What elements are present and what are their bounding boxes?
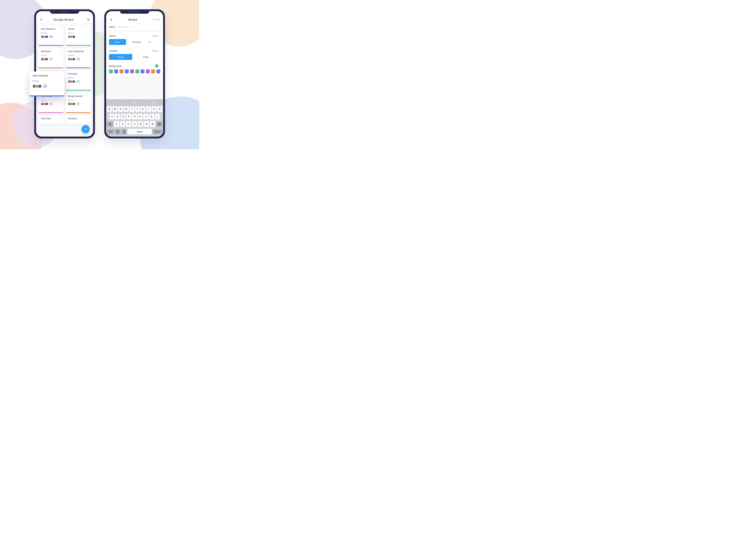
card-menu-button[interactable] [87, 94, 89, 97]
team-chip[interactable]: TechCare [128, 39, 145, 45]
color-swatch[interactable] [114, 70, 118, 74]
key[interactable]: H [138, 114, 143, 119]
key[interactable]: J [144, 114, 148, 119]
key[interactable]: N [144, 121, 149, 127]
keyboard: I the I'm QWERTYUIOP ASDFGHJKL ZXCVBNM 1… [106, 99, 163, 137]
search-button[interactable] [84, 18, 90, 21]
member-avatars: 2+ [41, 102, 61, 105]
key-shift[interactable] [107, 121, 113, 127]
member-avatars: 2+ [68, 102, 88, 105]
card-menu-button[interactable] [60, 74, 62, 76]
key[interactable]: R [124, 106, 129, 112]
board-card[interactable]: Design Manual Member 2+ [66, 93, 91, 113]
color-swatch[interactable] [120, 70, 123, 74]
avatar [72, 58, 75, 61]
color-swatch[interactable] [135, 70, 139, 74]
visibility-value-link[interactable]: Private› [152, 50, 160, 52]
create-button[interactable]: Create [153, 18, 160, 21]
suggestion[interactable]: I'm [144, 99, 163, 105]
color-swatches [109, 70, 160, 74]
card-menu-button[interactable] [87, 50, 89, 52]
key-numbers[interactable]: 123 [107, 129, 114, 134]
key[interactable]: I [146, 106, 151, 112]
key[interactable]: O [152, 106, 157, 112]
phone-notch [50, 9, 79, 14]
color-swatch[interactable] [140, 70, 145, 74]
board-card[interactable]: Sketch Member [66, 26, 91, 46]
teams-value-link[interactable]: (none)› [153, 35, 160, 37]
card-title: Sketch [68, 28, 88, 30]
suggestion[interactable]: the [125, 99, 144, 105]
key-dictation[interactable] [121, 129, 127, 134]
name-input[interactable]: New Board [118, 26, 129, 28]
team-chip[interactable]: Fr [147, 39, 153, 45]
key[interactable]: Y [135, 106, 140, 112]
color-swatch[interactable] [156, 70, 160, 74]
board-card[interactable]: Resource [66, 115, 91, 124]
board-card[interactable]: User Research Member 9+ [38, 26, 63, 46]
team-chip[interactable]: None [109, 39, 126, 45]
board-card[interactable]: User Flow [38, 115, 63, 124]
member-label: Member [41, 99, 61, 101]
phone-create-board: Board Create Name New Board Teams (none)… [104, 9, 165, 138]
svg-point-3 [117, 131, 118, 131]
key[interactable]: E [118, 106, 123, 112]
key[interactable]: L [155, 114, 160, 119]
card-menu-button[interactable] [87, 72, 89, 75]
key[interactable]: C [126, 121, 131, 127]
board-card-user-interface-floating[interactable]: User Interface Member 2+ [30, 72, 65, 97]
key[interactable]: Q [107, 106, 112, 112]
phone-notch [120, 9, 149, 14]
suggestion[interactable]: I [106, 99, 125, 105]
board-card[interactable]: Prototype Member 2+ [66, 70, 91, 90]
key-backspace[interactable] [156, 121, 162, 127]
key[interactable]: B [138, 121, 143, 127]
key[interactable]: F [127, 114, 131, 119]
card-title: User Experience [68, 50, 88, 53]
member-label: Member [41, 32, 61, 34]
card-menu-button[interactable] [60, 50, 62, 52]
color-swatch[interactable] [146, 70, 150, 74]
color-swatch[interactable] [125, 70, 129, 74]
color-swatch[interactable] [109, 70, 113, 74]
svg-rect-5 [124, 131, 124, 132]
key[interactable]: U [141, 106, 146, 112]
key-return[interactable]: return [153, 129, 162, 134]
key[interactable]: X [120, 121, 125, 127]
svg-point-4 [118, 131, 118, 131]
background-value-link[interactable]: › [155, 64, 160, 68]
shift-icon [109, 123, 111, 125]
key[interactable]: K [149, 114, 154, 119]
key[interactable]: A [109, 114, 114, 119]
card-color-strip [66, 90, 91, 90]
member-count-badge: 9+ [49, 35, 53, 38]
card-color-strip [30, 95, 65, 97]
visibility-chip[interactable]: Public [134, 54, 157, 60]
background-section: Background › [106, 62, 163, 76]
add-board-fab[interactable] [81, 125, 89, 133]
color-swatch[interactable] [130, 70, 134, 74]
key[interactable]: V [132, 121, 137, 127]
key-space[interactable]: space [127, 129, 152, 134]
key[interactable]: M [150, 121, 155, 127]
board-card[interactable]: Wireframe Member 9+ [38, 48, 63, 68]
key[interactable]: S [115, 114, 120, 119]
card-menu-button[interactable] [60, 27, 62, 30]
card-menu-button[interactable] [60, 117, 62, 119]
key[interactable]: W [112, 106, 117, 112]
key[interactable]: D [121, 114, 126, 119]
board-card[interactable]: User Experience Member 7+ [66, 48, 91, 68]
key[interactable]: P [157, 106, 162, 112]
key[interactable]: Z [114, 121, 119, 127]
backspace-icon [158, 123, 161, 125]
color-swatch[interactable] [151, 70, 155, 74]
visibility-chip[interactable]: Private [109, 54, 132, 60]
key-emoji[interactable] [115, 129, 121, 134]
back-button[interactable] [39, 18, 43, 22]
key[interactable]: G [132, 114, 137, 119]
card-menu-button[interactable] [87, 117, 89, 119]
back-button[interactable] [109, 18, 113, 22]
key[interactable]: T [129, 106, 134, 112]
card-menu-button[interactable] [87, 27, 89, 30]
card-color-strip [66, 68, 91, 68]
